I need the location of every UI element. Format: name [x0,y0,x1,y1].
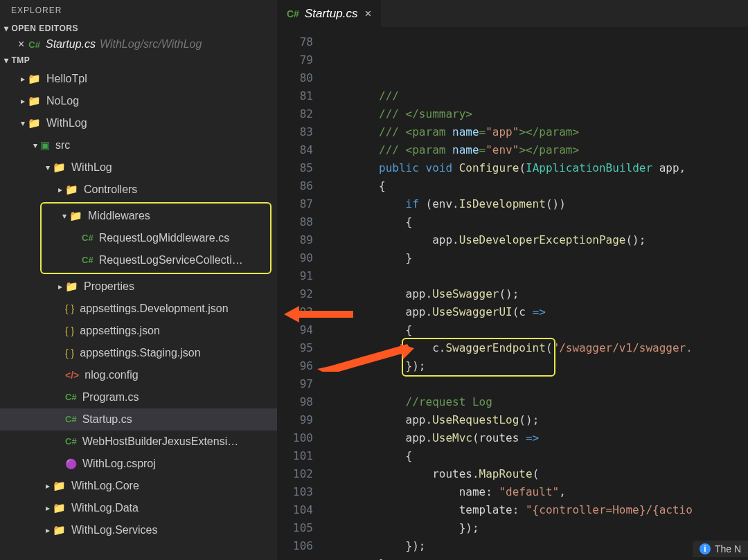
chevron-icon: ▸ [18,70,28,88]
tree-item[interactable]: ▾📁WithLog [0,112,277,134]
tree-item[interactable]: ▸📁WithLog.Data [0,497,277,519]
tree-item[interactable]: ▾📁WithLog [0,156,277,179]
code-line[interactable]: } [326,555,748,560]
tree-item[interactable]: C#Program.cs [0,386,277,408]
tree-item[interactable]: ▸📁WithLog.Core [0,475,277,497]
code-line[interactable]: public void Configure(IApplicationBuilde… [326,159,748,177]
open-editors-section[interactable]: ▾ OPEN EDITORS [0,21,277,36]
code-line[interactable]: template: "{controller=Home}/{actio [326,501,748,519]
tree-item-label: Program.cs [82,388,139,406]
tree-item-label: RequestLogMiddleware.cs [99,229,230,247]
tree-item[interactable]: C#WebHostBuilderJexusExtensi… [0,431,277,453]
line-number: 96 [277,357,313,375]
tree-item-label: NoLog [46,92,79,110]
line-number: 105 [277,519,313,537]
tree-item-label: WithLog [46,114,87,132]
tree-item-label: WithLog.Core [71,477,139,495]
chevron-icon: ▾ [30,136,40,154]
tree-item[interactable]: 🟣WithLog.csproj [0,453,277,475]
code-line[interactable] [326,267,748,285]
tree-item-label: Startup.cs [82,410,132,428]
line-number: 95 [277,339,313,357]
csharp-icon: C# [65,388,77,406]
line-number: 99 [277,411,313,429]
chevron-icon: ▸ [43,477,53,495]
code-line[interactable]: if (env.IsDevelopment()) [326,195,748,213]
code-line[interactable]: /// [326,87,748,105]
line-number: 88 [277,213,313,231]
tree-item-label: src [55,136,70,154]
tree-item[interactable]: ▾▣src [0,134,277,156]
chevron-icon: ▾ [60,207,69,225]
tree-item[interactable]: ▾📁Middlewares [42,205,270,227]
close-icon[interactable]: × [18,38,24,51]
tree-item[interactable]: C#RequestLogServiceCollecti… [42,249,270,271]
line-number: 78 [277,33,313,51]
code-line[interactable]: app.UseMvc(routes => [326,429,748,447]
code-line[interactable]: //request Log [326,393,748,411]
code-content[interactable]: /// /// </summary> /// <param name="app"… [326,28,748,560]
close-icon[interactable]: × [364,7,371,21]
line-number: 93 [277,303,313,321]
tree-item[interactable]: C#Startup.cs [0,408,277,431]
tree-item[interactable]: </>nlog.config [0,364,277,386]
tree-item[interactable]: ▸📁WithLog.Services [0,519,277,541]
csharp-icon: C# [82,229,93,247]
csharp-icon: C# [65,433,77,451]
code-line[interactable]: routes.MapRoute( [326,465,748,483]
code-line[interactable]: app.UseDeveloperExceptionPage(); [326,231,748,249]
chevron-icon: ▸ [18,92,28,110]
code-line[interactable]: app.UseRequestLog(); [326,411,748,429]
folder-icon: 📁 [28,114,41,132]
chevron-icon: ▸ [55,181,65,199]
code-area[interactable]: 7879808182838485868788899091929394959697… [277,28,748,560]
open-editor-item[interactable]: × C# Startup.cs WithLog/src/WithLog [0,36,277,53]
folder-icon: 📁 [53,159,66,177]
code-line[interactable]: { [326,213,748,231]
tree-item-label: Properties [84,278,134,296]
explorer-title: EXPLORER [0,0,277,21]
code-line[interactable]: }); [326,357,748,375]
code-line[interactable]: app.UseSwagger(); [326,285,748,303]
line-number: 97 [277,375,313,393]
tree-item[interactable]: ▸📁Controllers [0,179,277,201]
folder-icon: 📁 [53,499,66,517]
code-line[interactable]: } [326,249,748,267]
tree-item[interactable]: { }appsettings.json [0,320,277,342]
code-line[interactable]: }); [326,537,748,555]
tree-item-label: HelloTpl [46,70,87,88]
code-line[interactable]: app.UseSwaggerUI(c => [326,303,748,321]
folder-icon: 📁 [65,278,78,296]
highlight-box: ▾📁MiddlewaresC#RequestLogMiddleware.csC#… [40,202,271,274]
code-line[interactable]: }); [326,519,748,537]
line-number: 92 [277,285,313,303]
tree-item[interactable]: ▸📁HelloTpl [0,68,277,90]
code-line[interactable] [326,375,748,393]
code-line[interactable]: /// <param name="app"></param> [326,123,748,141]
tree-item-label: appsettings.Staging.json [80,344,200,362]
tree-item[interactable]: { }appsettings.Development.json [0,298,277,320]
line-number: 106 [277,537,313,555]
tree-item[interactable]: { }appsettings.Staging.json [0,342,277,364]
line-number: 81 [277,87,313,105]
tree-item[interactable]: ▸📁Properties [0,276,277,298]
code-line[interactable]: c.SwaggerEndpoint("/swagger/v1/swagger. [326,339,748,357]
code-line[interactable]: { [326,447,748,465]
line-number: 90 [277,249,313,267]
tab-startup-cs[interactable]: C# Startup.cs × [277,0,382,27]
workspace-section[interactable]: ▾ TMP [0,53,277,68]
code-line[interactable]: /// <param name="env"></param> [326,141,748,159]
tree-item[interactable]: C#RequestLogMiddleware.cs [42,227,270,249]
editor-file-name: Startup.cs [46,38,96,51]
line-number: 80 [277,69,313,87]
code-line[interactable]: /// </summary> [326,105,748,123]
line-number: 83 [277,123,313,141]
status-hint-text: The N [715,543,741,554]
tree-item-label: Middlewares [88,207,150,225]
code-line[interactable]: { [326,321,748,339]
line-number: 84 [277,141,313,159]
tree-item[interactable]: ▸📁NoLog [0,90,277,112]
line-number: 102 [277,465,313,483]
code-line[interactable]: name: "default", [326,483,748,501]
code-line[interactable]: { [326,177,748,195]
